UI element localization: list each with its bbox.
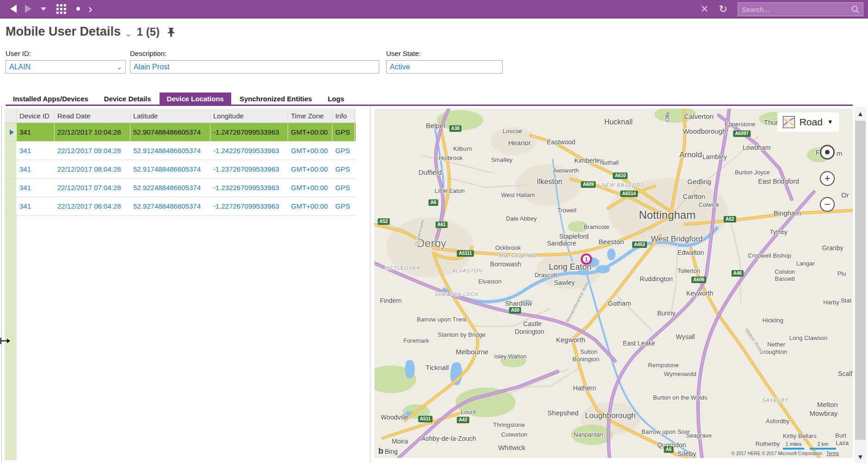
panel-splitter[interactable] [370,106,370,463]
map-pushpin[interactable]: 1 [581,253,592,265]
user-id-select[interactable]: ALAIN ⌄ [6,60,126,74]
tab-underline [6,105,853,106]
refresh-icon[interactable]: ↻ [719,3,727,15]
user-state-label: User State: [386,49,503,57]
table-cell: 341 [17,197,55,215]
table-cell: 341 [17,142,55,160]
map-style-caret-icon: ▼ [827,118,833,125]
scroll-down-icon[interactable]: ▼ [855,450,866,463]
table-cell: 341 [17,179,55,197]
description-label: Description: [130,49,379,57]
description-field[interactable]: Alain Prost [130,60,379,74]
column-header[interactable]: Latitude [130,109,210,123]
table-cell: 52.922488486605374 [130,179,210,197]
row-gutter-cell [5,179,17,197]
scale-km-bar [810,448,836,450]
tab-device-locations[interactable]: Device Locations [160,93,231,105]
back-icon[interactable] [0,0,17,18]
map-style-label: Road [800,117,823,128]
table-row[interactable]: 34122/12/2017 09:04:2852.912488486605374… [5,142,356,160]
table-cell: GPS [332,179,355,197]
table-cell: 52.912488486605374 [130,142,210,160]
user-state-field[interactable]: Active [386,60,503,74]
column-header[interactable]: Read Date [55,109,130,123]
tab-logs[interactable]: Logs [320,93,352,105]
chevron-down-icon: ⌄ [117,63,122,71]
table-row[interactable]: 34122/12/2017 08:04:2852.917488486605374… [5,160,356,179]
page-title: Mobile User Details [6,25,121,39]
map-copyright: © 2017 HERE © 2017 Microsoft Corporation [731,451,822,456]
map-style-selector[interactable]: Road ▼ [777,112,839,132]
table-cell: 52.927488486605374 [130,197,210,215]
table-row[interactable]: 34122/12/2017 07:04:2852.922488486605374… [5,179,356,197]
search-input[interactable] [742,6,851,13]
table-cell: GMT+00:00 [288,142,332,160]
table-cell: GMT+00:00 [288,160,332,178]
table-cell: 52.917488486605374 [130,160,210,178]
title-chevron-down-icon[interactable]: ⌄ [124,28,132,39]
column-header[interactable]: Info [332,109,355,123]
tab-synchronized-entities[interactable]: Synchronized Entities [232,93,320,105]
pin-icon[interactable] [167,27,175,37]
scroll-up-icon[interactable]: ▲ [855,107,866,120]
locate-me-button[interactable] [820,145,835,160]
table-cell: -1.237267099533963 [210,160,288,178]
table-cell: 341 [17,160,55,178]
left-edge-line [1,106,2,463]
map-terms-link[interactable]: Terms [826,451,839,456]
expand-chevron-icon[interactable]: › [80,0,92,18]
header-gutter-cell [5,109,17,123]
table-cell: -1.232267099533963 [210,179,288,197]
record-dot-icon[interactable] [66,0,80,18]
scrollbar-thumb[interactable] [855,121,866,440]
map-style-thumbnail-icon [783,116,795,128]
map-attribution: © 2017 HERE © 2017 Microsoft Corporation… [731,451,839,456]
table-row[interactable]: 34122/12/2017 10:04:2852.907488486605374… [5,123,356,142]
user-state-group: User State: Active [386,49,503,74]
app-grid-icon[interactable] [46,0,66,18]
resize-cursor [0,337,11,345]
table-cell: -1.227267099533963 [210,197,288,215]
column-header[interactable]: Time Zone [288,109,332,123]
vertical-scrollbar[interactable]: ▲ ▼ [855,107,866,463]
table-cell: GMT+00:00 [288,179,332,197]
table-cell: 341 [17,123,55,141]
forward-icon[interactable] [17,0,31,18]
user-id-label: User ID: [6,49,126,57]
scale-km: 2 km [810,441,836,450]
table-cell: 22/12/2017 10:04:28 [55,123,130,141]
column-header[interactable]: Device ID [17,109,55,123]
row-gutter-cell [5,142,17,160]
table-row[interactable]: 34122/12/2017 06:04:2852.927488486605374… [5,197,356,216]
zoom-out-button[interactable]: − [820,197,835,212]
search-box[interactable] [738,2,863,16]
table-cell: 22/12/2017 07:04:28 [55,179,130,197]
table-cell: 52.907488486605374 [130,123,210,141]
record-count: 1 (5) [137,25,160,38]
zoom-in-button[interactable]: + [820,171,835,186]
bing-logo-glyph: b [378,446,383,456]
row-gutter-cell [5,123,17,141]
scale-miles: 1 miles [783,441,804,450]
scale-miles-label: 1 miles [786,441,802,447]
close-icon[interactable]: ✕ [700,3,708,15]
row-gutter-cell [5,160,17,178]
tab-installed-apps-devices[interactable]: Installed Apps/Devices [6,93,96,105]
table-header-row: Device IDRead DateLatitudeLongitudeTime … [5,109,356,123]
top-toolbar: › ✕ ↻ [0,0,868,19]
description-group: Description: Alain Prost [130,49,379,74]
bing-logo-text: Bing [385,448,398,455]
map-canvas[interactable]: BelperLoscoeHeanorEastwoodKilburnHolbroo… [375,109,853,458]
table-cell: 22/12/2017 08:04:28 [55,160,130,178]
table-cell: GPS [332,142,355,160]
table-cell: -1.242267099533963 [210,142,288,160]
tab-device-details[interactable]: Device Details [97,93,159,105]
column-header[interactable]: Longitude [210,109,288,123]
history-dropdown-icon[interactable] [31,0,46,18]
row-gutter-cell [5,197,17,215]
table-cell: -1.247267099533963 [210,123,288,141]
table-cell: GPS [332,123,355,141]
tab-bar: Installed Apps/DevicesDevice DetailsDevi… [6,93,353,105]
user-id-group: User ID: ALAIN ⌄ [6,49,126,74]
user-state-value: Active [390,63,410,71]
